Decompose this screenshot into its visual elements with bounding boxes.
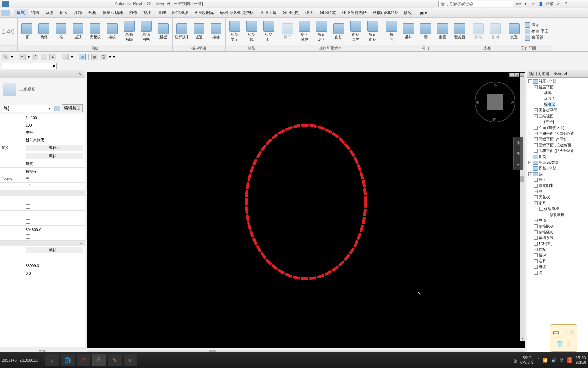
menu-tab-15[interactable]: 快图: [302, 9, 316, 17]
property-input[interactable]: [26, 138, 83, 142]
ribbon-shaft-button[interactable]: 竖井: [401, 23, 416, 40]
zoom-icon[interactable]: ▾: [514, 159, 523, 170]
tree-expand-icon[interactable]: +: [534, 248, 538, 251]
tray-sogou-icon[interactable]: S: [567, 357, 572, 363]
property-input[interactable]: [26, 162, 83, 166]
copy-tool-icon[interactable]: ⿻: [100, 54, 107, 60]
tree-node[interactable]: +面积平面 (人防分区面: [527, 131, 588, 136]
tree-expand-icon[interactable]: +: [534, 242, 538, 246]
ribbon-ceiling-button[interactable]: 天花板: [87, 23, 103, 40]
tree-expand-icon[interactable]: +: [534, 219, 538, 222]
ribbon-room-tag-button[interactable]: 标记房间: [314, 20, 329, 42]
menu-tab-2[interactable]: 系统: [42, 9, 57, 17]
menu-tab-1[interactable]: 结构: [28, 9, 42, 17]
tree-node[interactable]: 图例: [527, 154, 588, 160]
view-maximize-icon[interactable]: □: [514, 73, 519, 77]
taskbar-ie-icon[interactable]: e: [124, 354, 137, 366]
tray-lang-icon[interactable]: ㊥: [560, 357, 564, 363]
tree-node[interactable]: +电缆: [527, 264, 588, 270]
tree-node[interactable]: 标高 1: [527, 96, 588, 102]
tree-expand-icon[interactable]: +: [534, 132, 538, 135]
tree-expand-icon[interactable]: +: [528, 161, 532, 164]
menu-tab-10[interactable]: 附加模块: [169, 9, 191, 17]
menu-tab-13[interactable]: GLS土建: [257, 9, 280, 17]
property-edit-button[interactable]: 编辑...: [26, 153, 83, 159]
tree-node[interactable]: +楼梯: [527, 252, 588, 258]
tree-node[interactable]: +天花板平面: [527, 107, 588, 113]
property-input[interactable]: [26, 170, 83, 174]
ime-mode[interactable]: 中: [553, 328, 560, 339]
menu-tab-4[interactable]: 注释: [71, 9, 85, 17]
view-selector-dropdown[interactable]: 维}▾: [2, 105, 52, 112]
scrollbar-thumb[interactable]: [520, 176, 524, 182]
tree-expand-icon[interactable]: -: [528, 172, 532, 176]
tree-expand-icon[interactable]: +: [534, 253, 538, 257]
star-icon[interactable]: ☆: [530, 1, 536, 7]
tree-expand-icon[interactable]: +: [534, 224, 538, 228]
ribbon-set-button[interactable]: 设置: [506, 23, 522, 40]
view-cube-face[interactable]: [487, 94, 503, 110]
ribbon-by-face-button[interactable]: 按面: [384, 20, 399, 42]
tree-node[interactable]: 标高 2: [527, 102, 588, 107]
menu-tab-3[interactable]: 插入: [57, 9, 71, 17]
dd-icon[interactable]: ▾: [71, 55, 73, 59]
tree-node[interactable]: +注释: [527, 258, 588, 264]
menu-tab-16[interactable]: GLS精装: [316, 9, 339, 17]
tree-node[interactable]: -族: [527, 171, 588, 177]
app-menu-icon[interactable]: [1, 10, 10, 16]
tree-expand-icon[interactable]: +: [534, 259, 538, 263]
menu-tab-0[interactable]: 建筑: [14, 9, 28, 17]
tree-expand-icon[interactable]: +: [534, 149, 538, 153]
align-tool-icon[interactable]: ≡: [19, 54, 26, 60]
menu-tab-5[interactable]: 分析: [85, 9, 99, 17]
tree-expand-icon[interactable]: +: [534, 236, 538, 240]
ribbon-model-group-button[interactable]: 模型组: [261, 20, 277, 42]
arc-tool-icon[interactable]: ◡: [41, 54, 47, 60]
tree-expand-icon[interactable]: -: [539, 207, 543, 211]
menu-tab-17[interactable]: GLS免费族酷: [339, 9, 370, 17]
tree-node[interactable]: +幕墙嵌板: [527, 223, 588, 229]
ribbon-wall-button[interactable]: 墙: [418, 23, 433, 40]
split-tool-icon[interactable]: ▥: [91, 54, 98, 60]
ribbon-mullion-button[interactable]: 竖梃: [155, 23, 171, 40]
tray-volume-icon[interactable]: 🔊: [551, 358, 556, 363]
ribbon-dormer-button[interactable]: 老虎窗: [452, 23, 467, 40]
view-cube[interactable]: 北 南 东 西: [475, 82, 515, 122]
menu-tab-6[interactable]: 体量和场地: [99, 9, 126, 17]
tree-node[interactable]: -楼层平面: [527, 84, 588, 90]
property-checkbox[interactable]: [26, 184, 30, 188]
tree-node[interactable]: +坡道: [527, 177, 588, 183]
login-button[interactable]: 登录: [545, 1, 554, 7]
close-icon[interactable]: ✕: [79, 72, 83, 77]
menu-tab-12[interactable]: 橄榄山快模-免费版: [217, 9, 257, 17]
property-edit-button[interactable]: 编辑...: [26, 145, 83, 151]
drawing-canvas[interactable]: – □ ✕ 北 南 东 西 ◎ ✥ ▾ ↖: [87, 72, 525, 348]
viewcube-north[interactable]: 北: [493, 82, 497, 87]
user-icon[interactable]: 👤: [538, 1, 543, 7]
tree-node[interactable]: +幕墙竖梃: [527, 229, 588, 235]
taskbar-app-icon[interactable]: ✎: [108, 354, 122, 366]
ribbon-window-button[interactable]: 窗: [19, 23, 35, 40]
tree-node[interactable]: 图纸 (全部): [527, 165, 588, 171]
property-input[interactable]: [26, 116, 83, 120]
angle-tool-icon[interactable]: ∠: [32, 54, 38, 60]
3d-tool-icon[interactable]: ⬚: [62, 54, 69, 60]
ribbon-expand-icon[interactable]: ▣ ▾: [417, 9, 430, 17]
ribbon-column-button[interactable]: 柱: [53, 23, 69, 40]
tree-node[interactable]: +填充图案: [527, 183, 588, 189]
pan-icon[interactable]: ✥: [514, 148, 523, 159]
property-input[interactable]: [26, 256, 83, 260]
menu-tab-19[interactable]: 修改: [401, 9, 415, 17]
taskbar-chrome-icon[interactable]: 🌐: [61, 354, 75, 366]
property-input[interactable]: [26, 227, 83, 232]
revit-app-icon[interactable]: [2, 1, 9, 7]
property-input[interactable]: [26, 264, 83, 268]
property-checkbox[interactable]: [26, 234, 30, 239]
highlight-tool-icon[interactable]: ▦: [79, 54, 86, 60]
tree-expand-icon[interactable]: -: [534, 85, 538, 89]
tray-people-icon[interactable]: ஐ: [514, 358, 517, 363]
tree-expand-icon[interactable]: +: [534, 126, 538, 130]
property-edit-button[interactable]: 编辑...: [26, 247, 83, 253]
tree-node[interactable]: +幕墙系统: [527, 235, 588, 241]
menu-tab-11[interactable]: BIM数据库: [191, 9, 217, 17]
